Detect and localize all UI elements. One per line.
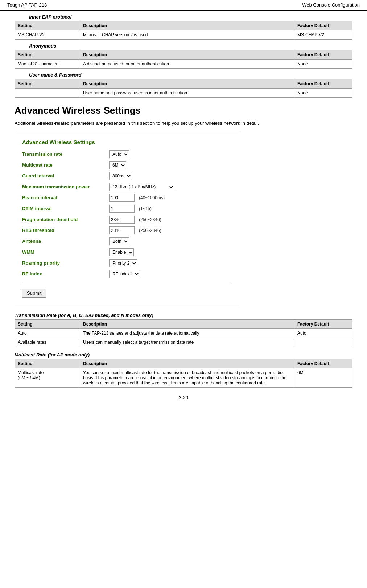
col-setting: Setting (15, 319, 80, 328)
select-wmm[interactable]: Enable (109, 248, 134, 256)
cell: The TAP-213 senses and adjusts the data … (80, 328, 294, 338)
cell: 6M (294, 368, 352, 387)
cell (294, 338, 352, 347)
label-multicast-rate: Multicast rate (22, 162, 109, 168)
cell: User name and password used in inner aut… (80, 89, 294, 98)
row-guard-interval: Guard interval 800ns (22, 172, 232, 180)
select-transmission-rate[interactable]: Auto (109, 150, 129, 158)
transmission-rate-table-title: Transmission Rate (for A, B, G, B/G mixe… (15, 313, 352, 318)
table-row: Multicast rate (6M ~ 54M) You can set a … (15, 368, 352, 387)
row-dtim-interval: DTIM interval (1~15) (22, 205, 232, 213)
hint-beacon-interval: (40~1000ms) (139, 195, 165, 200)
cell: You can set a fixed multicast rate for t… (80, 368, 294, 387)
col-factory-3: Factory Default (294, 79, 352, 89)
inner-eap-title: Inner EAP protocol (29, 14, 352, 20)
input-beacon-interval[interactable] (109, 194, 135, 202)
row-transmission-rate: Transmission rate Auto (22, 150, 232, 158)
col-description-2: Description (80, 50, 294, 60)
input-dtim-interval[interactable] (109, 205, 135, 213)
user-pass-title: User name & Password (29, 72, 352, 78)
label-roaming-priority: Roaming priority (22, 260, 109, 266)
table-row: MS-CHAP-V2 Microsoft CHAP version 2 is u… (15, 30, 352, 40)
submit-button[interactable]: Submit (22, 289, 46, 298)
select-roaming-priority[interactable]: Priority 2 (109, 259, 137, 267)
cell: MS-CHAP-V2 (294, 30, 352, 40)
row-rf-index: RF index RF index1 (22, 270, 232, 278)
main-content: Inner EAP protocol Setting Description F… (0, 14, 367, 388)
cell: Max. of 31 characters (15, 60, 80, 69)
control-rts-threshold: (256~2346) (109, 226, 161, 234)
control-antenna: Both (109, 237, 129, 245)
table-row: User name and password used in inner aut… (15, 89, 352, 98)
label-beacon-interval: Beacon interval (22, 195, 109, 200)
row-max-tx-power: Maximum transmission power 12 dBm (-1 dB… (22, 183, 232, 191)
select-max-tx-power[interactable]: 12 dBm (-1 dBm/MHz) (109, 183, 174, 191)
input-frag-threshold[interactable] (109, 216, 135, 224)
label-guard-interval: Guard interval (22, 173, 109, 179)
control-frag-threshold: (256~2346) (109, 216, 161, 224)
anonymous-table: Setting Description Factory Default Max.… (15, 50, 352, 69)
label-wmm: WMM (22, 249, 109, 255)
col-setting-1: Setting (15, 21, 80, 30)
col-setting-3: Setting (15, 79, 80, 89)
col-factory-1: Factory Default (294, 21, 352, 30)
cell: None (294, 60, 352, 69)
control-transmission-rate: Auto (109, 150, 129, 158)
aws-panel-title: Advanced Wireless Settings (22, 139, 232, 145)
inner-eap-table: Setting Description Factory Default MS-C… (15, 21, 352, 40)
select-multicast-rate[interactable]: 6M (109, 161, 126, 169)
cell: A distinct name used for outer authentic… (80, 60, 294, 69)
col-setting-2: Setting (15, 50, 80, 60)
user-pass-table: Setting Description Factory Default User… (15, 79, 352, 98)
aws-settings-panel: Advanced Wireless Settings Transmission … (15, 133, 239, 305)
hint-dtim-interval: (1~15) (139, 206, 152, 211)
cell: None (294, 89, 352, 98)
cell: Microsoft CHAP version 2 is used (80, 30, 294, 40)
select-guard-interval[interactable]: 800ns (109, 172, 132, 180)
label-frag-threshold: Fragmentation threshold (22, 217, 109, 222)
control-dtim-interval: (1~15) (109, 205, 152, 213)
control-wmm: Enable (109, 248, 134, 256)
control-max-tx-power: 12 dBm (-1 dBm/MHz) (109, 183, 174, 191)
row-multicast-rate: Multicast rate 6M (22, 161, 232, 169)
select-rf-index[interactable]: RF index1 (109, 270, 140, 278)
input-rts-threshold[interactable] (109, 226, 135, 234)
cell: MS-CHAP-V2 (15, 30, 80, 40)
row-beacon-interval: Beacon interval (40~1000ms) (22, 194, 232, 202)
cell: Auto (294, 328, 352, 338)
control-multicast-rate: 6M (109, 161, 126, 169)
hint-rts-threshold: (256~2346) (139, 228, 161, 233)
control-guard-interval: 800ns (109, 172, 132, 180)
col-setting: Setting (15, 359, 80, 368)
page-number: 3-20 (0, 395, 367, 404)
table-row: Auto The TAP-213 senses and adjusts the … (15, 328, 352, 338)
select-antenna[interactable]: Both (109, 237, 129, 245)
cell: Multicast rate (6M ~ 54M) (15, 368, 80, 387)
row-wmm: WMM Enable (22, 248, 232, 256)
header-left: Tough AP TAP-213 (7, 2, 47, 8)
row-frag-threshold: Fragmentation threshold (256~2346) (22, 216, 232, 224)
col-description-1: Description (80, 21, 294, 30)
label-transmission-rate: Transmission rate (22, 151, 109, 157)
cell: Auto (15, 328, 80, 338)
col-description-3: Description (80, 79, 294, 89)
label-max-tx-power: Maximum transmission power (22, 184, 109, 189)
control-rf-index: RF index1 (109, 270, 140, 278)
col-factory: Factory Default (294, 319, 352, 328)
aws-description: Additional wireless-related parameters a… (15, 120, 352, 127)
col-factory-2: Factory Default (294, 50, 352, 60)
row-rts-threshold: RTS threshold (256~2346) (22, 226, 232, 234)
col-description: Description (80, 359, 294, 368)
control-beacon-interval: (40~1000ms) (109, 194, 165, 202)
col-description: Description (80, 319, 294, 328)
row-roaming-priority: Roaming priority Priority 2 (22, 259, 232, 267)
transmission-rate-table: Setting Description Factory Default Auto… (15, 319, 352, 347)
row-antenna: Antenna Both (22, 237, 232, 245)
cell: Users can manually select a target trans… (80, 338, 294, 347)
aws-main-heading: Advanced Wireless Settings (15, 105, 352, 116)
label-rf-index: RF index (22, 271, 109, 277)
label-dtim-interval: DTIM interval (22, 206, 109, 211)
table-row: Max. of 31 characters A distinct name us… (15, 60, 352, 69)
hint-frag-threshold: (256~2346) (139, 217, 161, 222)
label-antenna: Antenna (22, 238, 109, 244)
